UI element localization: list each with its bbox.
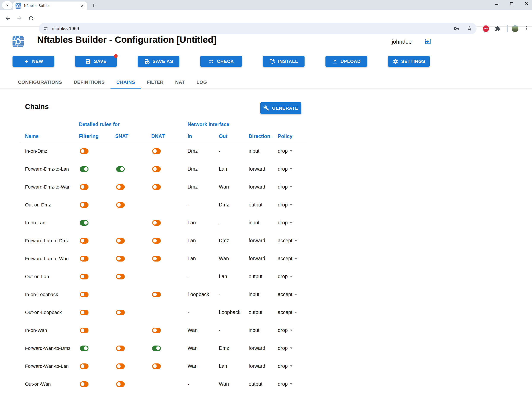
- logout-icon[interactable]: [424, 38, 432, 45]
- window-close-button[interactable]: [524, 1, 529, 6]
- tab-close-icon[interactable]: [80, 4, 84, 8]
- policy-select[interactable]: drop: [278, 274, 307, 279]
- interface-out: Lan: [219, 274, 249, 279]
- filtering-toggle[interactable]: [80, 274, 88, 279]
- filtering-toggle[interactable]: [80, 256, 88, 261]
- dnat-toggle[interactable]: [152, 346, 161, 351]
- filtering-toggle[interactable]: [80, 346, 88, 351]
- filtering-toggle[interactable]: [80, 184, 88, 190]
- filtering-toggle[interactable]: [80, 363, 88, 369]
- toggle-knob: [81, 328, 84, 332]
- dnat-toggle[interactable]: [152, 148, 161, 154]
- site-info-icon[interactable]: [43, 26, 48, 31]
- tab-configurations[interactable]: CONFIGURATIONS: [12, 76, 68, 88]
- dnat-toggle[interactable]: [152, 184, 161, 190]
- settings-button[interactable]: SETTINGS: [388, 56, 430, 67]
- policy-select[interactable]: drop: [278, 327, 307, 333]
- snat-toggle[interactable]: [116, 238, 125, 244]
- upload-button[interactable]: UPLOAD: [326, 56, 367, 67]
- filtering-toggle[interactable]: [80, 292, 88, 297]
- window-minimize-button[interactable]: [494, 1, 499, 6]
- toggle-knob: [81, 239, 84, 243]
- interface-in: Loopback: [188, 291, 219, 297]
- policy-select[interactable]: accept: [278, 310, 307, 315]
- snat-toggle[interactable]: [116, 381, 125, 387]
- browser-menu-icon[interactable]: [524, 25, 530, 31]
- snat-toggle[interactable]: [116, 346, 125, 351]
- dnat-toggle[interactable]: [152, 220, 161, 226]
- chain-row: In-on-WanWan-inputdrop: [20, 321, 307, 339]
- chain-name: In-on-Wan: [20, 328, 79, 333]
- profile-avatar[interactable]: [512, 25, 518, 32]
- interface-in: Dmz: [188, 166, 219, 172]
- toggle-knob: [81, 311, 84, 314]
- tab-definitions[interactable]: DEFINITIONS: [68, 76, 111, 88]
- check-button[interactable]: CHECK: [200, 56, 242, 67]
- snat-toggle[interactable]: [116, 274, 125, 279]
- policy-select[interactable]: drop: [278, 220, 307, 226]
- generate-button[interactable]: GENERATE: [260, 102, 301, 114]
- new-tab-button[interactable]: [91, 3, 96, 8]
- dnat-toggle[interactable]: [152, 292, 161, 297]
- password-key-icon[interactable]: [454, 26, 459, 31]
- chain-name: In-on-Lan: [20, 220, 79, 226]
- new-button[interactable]: NEW: [13, 56, 54, 67]
- toggle-knob: [84, 167, 88, 171]
- dropdown-caret-icon: [290, 365, 292, 367]
- filtering-toggle[interactable]: [80, 381, 88, 387]
- forward-icon[interactable]: [16, 15, 22, 21]
- interface-in: Wan: [188, 327, 219, 333]
- toggle-knob: [153, 328, 157, 332]
- bookmark-star-icon[interactable]: [467, 26, 472, 31]
- save-as-button[interactable]: SAVE AS: [138, 56, 179, 67]
- address-bar[interactable]: nftables:1969: [39, 23, 476, 34]
- policy-select[interactable]: drop: [278, 184, 307, 190]
- dnat-toggle[interactable]: [152, 363, 161, 369]
- back-icon[interactable]: [5, 15, 11, 21]
- dnat-toggle[interactable]: [152, 328, 161, 333]
- policy-select[interactable]: drop: [278, 202, 307, 208]
- tab-chains[interactable]: CHAINS: [111, 76, 141, 88]
- dnat-toggle[interactable]: [152, 166, 161, 172]
- adblock-extension-badge[interactable]: ABP: [483, 25, 489, 32]
- snat-toggle[interactable]: [116, 184, 125, 190]
- reload-icon[interactable]: [28, 15, 34, 21]
- policy-select[interactable]: drop: [278, 166, 307, 172]
- filtering-toggle[interactable]: [80, 328, 88, 333]
- chain-row: Out-on-Loopback-Loopbackoutputaccept: [20, 304, 307, 321]
- policy-select[interactable]: drop: [278, 148, 307, 154]
- toolbar-separator: [507, 25, 508, 32]
- tab-log[interactable]: LOG: [191, 76, 213, 88]
- window-maximize-button[interactable]: [509, 1, 514, 6]
- policy-select[interactable]: drop: [278, 363, 307, 369]
- policy-select[interactable]: drop: [278, 381, 307, 387]
- filtering-toggle[interactable]: [80, 238, 88, 244]
- extensions-puzzle-icon[interactable]: [495, 26, 501, 31]
- snat-toggle[interactable]: [116, 310, 125, 315]
- filtering-toggle[interactable]: [80, 148, 88, 154]
- filtering-toggle[interactable]: [80, 202, 88, 208]
- snat-toggle[interactable]: [116, 202, 125, 208]
- tab-nat[interactable]: NAT: [170, 76, 191, 88]
- tab-search-button[interactable]: [2, 1, 13, 9]
- browser-tab[interactable]: Nftables Builder: [13, 1, 87, 10]
- policy-select[interactable]: accept: [278, 291, 307, 297]
- policy-select[interactable]: drop: [278, 345, 307, 351]
- policy-select[interactable]: accept: [278, 238, 307, 244]
- save-button[interactable]: SAVE: [75, 56, 117, 67]
- dnat-toggle[interactable]: [152, 238, 161, 244]
- dnat-toggle[interactable]: [152, 256, 161, 261]
- snat-toggle[interactable]: [116, 256, 125, 261]
- filtering-toggle[interactable]: [80, 166, 88, 172]
- snat-toggle[interactable]: [116, 166, 125, 172]
- tab-filter[interactable]: FILTER: [141, 76, 170, 88]
- install-button[interactable]: INSTALL: [263, 56, 305, 67]
- nftables-favicon: [15, 3, 21, 9]
- col-dnat: DNAT: [151, 133, 165, 139]
- policy-select[interactable]: accept: [278, 256, 307, 261]
- snat-toggle[interactable]: [116, 363, 125, 369]
- chain-row: Forward-Wan-to-LanWanLanforwarddrop: [20, 357, 307, 375]
- filtering-toggle[interactable]: [80, 220, 88, 226]
- policy-value: drop: [278, 166, 288, 172]
- filtering-toggle[interactable]: [80, 310, 88, 315]
